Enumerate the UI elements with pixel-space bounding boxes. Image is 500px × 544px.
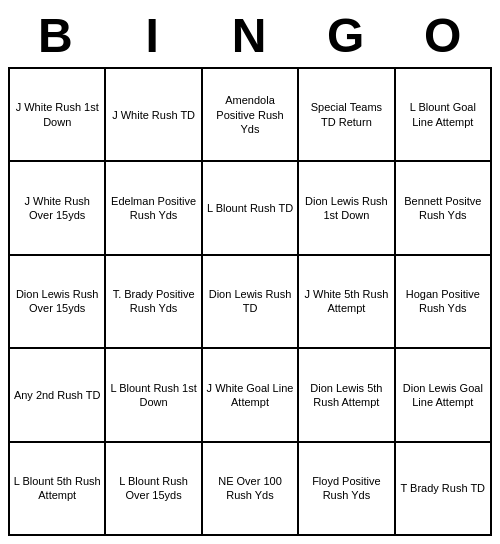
bingo-cell-3: Special Teams TD Return [299, 69, 395, 162]
bingo-cell-8: Dion Lewis Rush 1st Down [299, 162, 395, 255]
bingo-cell-19: Dion Lewis Goal Line Attempt [396, 349, 492, 442]
bingo-grid: J White Rush 1st DownJ White Rush TDAmen… [8, 67, 492, 536]
bingo-cell-20: L Blount 5th Rush Attempt [10, 443, 106, 536]
bingo-cell-2: Amendola Positive Rush Yds [203, 69, 299, 162]
bingo-cell-15: Any 2nd Rush TD [10, 349, 106, 442]
bingo-cell-13: J White 5th Rush Attempt [299, 256, 395, 349]
bingo-cell-16: L Blount Rush 1st Down [106, 349, 202, 442]
bingo-cell-4: L Blount Goal Line Attempt [396, 69, 492, 162]
bingo-header: B I N G O [8, 8, 492, 63]
bingo-cell-6: Edelman Positive Rush Yds [106, 162, 202, 255]
bingo-cell-5: J White Rush Over 15yds [10, 162, 106, 255]
letter-g: G [298, 8, 395, 63]
letter-b: B [8, 8, 105, 63]
bingo-cell-12: Dion Lewis Rush TD [203, 256, 299, 349]
bingo-cell-21: L Blount Rush Over 15yds [106, 443, 202, 536]
bingo-cell-23: Floyd Positive Rush Yds [299, 443, 395, 536]
letter-i: I [105, 8, 202, 63]
letter-o: O [395, 8, 492, 63]
letter-n: N [202, 8, 299, 63]
bingo-cell-18: Dion Lewis 5th Rush Attempt [299, 349, 395, 442]
bingo-cell-9: Bennett Positve Rush Yds [396, 162, 492, 255]
bingo-cell-0: J White Rush 1st Down [10, 69, 106, 162]
bingo-cell-17: J White Goal Line Attempt [203, 349, 299, 442]
bingo-cell-10: Dion Lewis Rush Over 15yds [10, 256, 106, 349]
bingo-cell-1: J White Rush TD [106, 69, 202, 162]
bingo-cell-22: NE Over 100 Rush Yds [203, 443, 299, 536]
bingo-cell-14: Hogan Positive Rush Yds [396, 256, 492, 349]
bingo-cell-11: T. Brady Positive Rush Yds [106, 256, 202, 349]
bingo-cell-24: T Brady Rush TD [396, 443, 492, 536]
bingo-cell-7: L Blount Rush TD [203, 162, 299, 255]
